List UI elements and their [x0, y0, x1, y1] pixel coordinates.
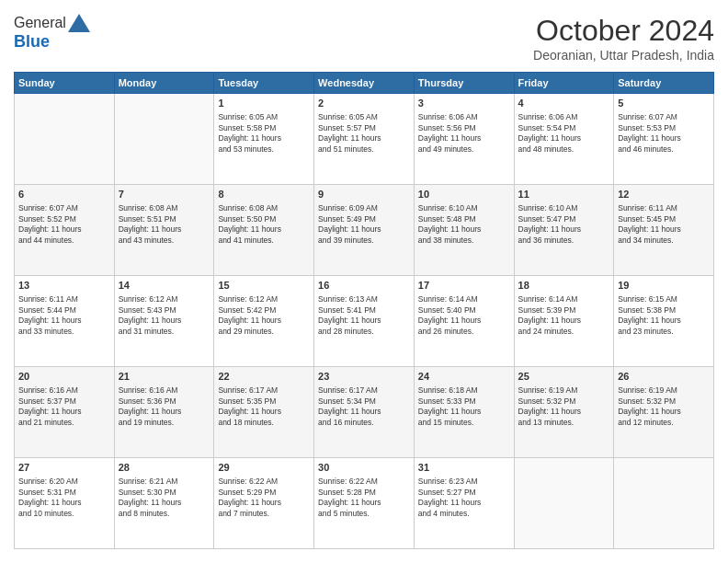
- weekday-header-friday: Friday: [514, 73, 614, 94]
- cell-text: Sunrise: 6:17 AMSunset: 5:35 PMDaylight:…: [218, 385, 310, 428]
- calendar-week-1: 1Sunrise: 6:05 AMSunset: 5:58 PMDaylight…: [15, 94, 714, 185]
- cell-text: Sunrise: 6:22 AMSunset: 5:28 PMDaylight:…: [318, 477, 410, 519]
- calendar-cell: 19Sunrise: 6:15 AMSunset: 5:38 PMDayligh…: [614, 276, 714, 367]
- cell-text: Sunrise: 6:14 AMSunset: 5:39 PMDaylight:…: [518, 294, 610, 337]
- logo-general-text: General: [14, 15, 66, 31]
- calendar-cell: 7Sunrise: 6:08 AMSunset: 5:51 PMDaylight…: [114, 185, 214, 276]
- day-number: 22: [218, 370, 310, 384]
- calendar-cell: 8Sunrise: 6:08 AMSunset: 5:50 PMDaylight…: [214, 185, 314, 276]
- day-number: 24: [418, 370, 510, 384]
- calendar-week-4: 20Sunrise: 6:16 AMSunset: 5:37 PMDayligh…: [15, 367, 714, 458]
- calendar-cell: 2Sunrise: 6:05 AMSunset: 5:57 PMDaylight…: [314, 94, 415, 185]
- cell-text: Sunrise: 6:10 AMSunset: 5:48 PMDaylight:…: [418, 203, 510, 246]
- calendar-cell: 16Sunrise: 6:13 AMSunset: 5:41 PMDayligh…: [314, 276, 415, 367]
- day-number: 1: [218, 97, 310, 110]
- day-number: 30: [318, 461, 410, 475]
- day-number: 7: [119, 188, 210, 201]
- weekday-header-thursday: Thursday: [414, 73, 514, 94]
- calendar-cell: 6Sunrise: 6:07 AMSunset: 5:52 PMDaylight…: [15, 185, 115, 276]
- cell-text: Sunrise: 6:23 AMSunset: 5:27 PMDaylight:…: [418, 477, 510, 519]
- cell-text: Sunrise: 6:19 AMSunset: 5:32 PMDaylight:…: [518, 385, 610, 428]
- calendar-cell: 12Sunrise: 6:11 AMSunset: 5:45 PMDayligh…: [614, 185, 714, 276]
- calendar-cell: [114, 94, 214, 185]
- day-number: 3: [418, 97, 510, 110]
- day-number: 8: [218, 188, 310, 201]
- cell-text: Sunrise: 6:14 AMSunset: 5:40 PMDaylight:…: [418, 294, 510, 337]
- cell-text: Sunrise: 6:08 AMSunset: 5:50 PMDaylight:…: [218, 203, 310, 246]
- header: General Blue October 2024 Deoranian, Utt…: [14, 14, 714, 63]
- day-number: 17: [418, 279, 510, 293]
- calendar-cell: 3Sunrise: 6:06 AMSunset: 5:56 PMDaylight…: [414, 94, 514, 185]
- cell-text: Sunrise: 6:11 AMSunset: 5:44 PMDaylight:…: [18, 294, 110, 337]
- calendar-table: SundayMondayTuesdayWednesdayThursdayFrid…: [14, 72, 714, 549]
- day-number: 11: [518, 188, 610, 201]
- day-number: 6: [18, 188, 110, 201]
- day-number: 5: [618, 97, 710, 110]
- day-number: 20: [18, 370, 110, 384]
- calendar-cell: 28Sunrise: 6:21 AMSunset: 5:30 PMDayligh…: [114, 458, 214, 549]
- title-block: October 2024 Deoranian, Uttar Pradesh, I…: [533, 14, 714, 63]
- cell-text: Sunrise: 6:05 AMSunset: 5:58 PMDaylight:…: [218, 112, 310, 155]
- calendar-week-3: 13Sunrise: 6:11 AMSunset: 5:44 PMDayligh…: [15, 276, 714, 367]
- weekday-header-saturday: Saturday: [614, 73, 714, 94]
- cell-text: Sunrise: 6:16 AMSunset: 5:36 PMDaylight:…: [119, 385, 210, 428]
- logo-blue-text: Blue: [14, 32, 90, 52]
- day-number: 27: [18, 461, 110, 475]
- calendar-cell: 29Sunrise: 6:22 AMSunset: 5:29 PMDayligh…: [214, 458, 314, 549]
- day-number: 29: [218, 461, 310, 475]
- calendar-cell: 24Sunrise: 6:18 AMSunset: 5:33 PMDayligh…: [414, 367, 514, 458]
- day-number: 18: [518, 279, 610, 293]
- weekday-header-row: SundayMondayTuesdayWednesdayThursdayFrid…: [15, 73, 714, 94]
- day-number: 10: [418, 188, 510, 201]
- day-number: 21: [119, 370, 210, 384]
- subtitle: Deoranian, Uttar Pradesh, India: [533, 48, 714, 63]
- cell-text: Sunrise: 6:15 AMSunset: 5:38 PMDaylight:…: [618, 294, 710, 337]
- cell-text: Sunrise: 6:09 AMSunset: 5:49 PMDaylight:…: [318, 203, 410, 246]
- day-number: 23: [318, 370, 410, 384]
- calendar-cell: 13Sunrise: 6:11 AMSunset: 5:44 PMDayligh…: [15, 276, 115, 367]
- calendar-week-5: 27Sunrise: 6:20 AMSunset: 5:31 PMDayligh…: [15, 458, 714, 549]
- calendar-cell: 5Sunrise: 6:07 AMSunset: 5:53 PMDaylight…: [614, 94, 714, 185]
- month-title: October 2024: [533, 14, 714, 48]
- calendar-cell: 21Sunrise: 6:16 AMSunset: 5:36 PMDayligh…: [114, 367, 214, 458]
- calendar-cell: 9Sunrise: 6:09 AMSunset: 5:49 PMDaylight…: [314, 185, 415, 276]
- calendar-cell: [15, 94, 115, 185]
- day-number: 26: [618, 370, 710, 384]
- cell-text: Sunrise: 6:16 AMSunset: 5:37 PMDaylight:…: [18, 385, 110, 428]
- calendar-cell: 1Sunrise: 6:05 AMSunset: 5:58 PMDaylight…: [214, 94, 314, 185]
- day-number: 9: [318, 188, 410, 201]
- day-number: 19: [618, 279, 710, 293]
- calendar-cell: 4Sunrise: 6:06 AMSunset: 5:54 PMDaylight…: [514, 94, 614, 185]
- calendar-cell: 22Sunrise: 6:17 AMSunset: 5:35 PMDayligh…: [214, 367, 314, 458]
- weekday-header-tuesday: Tuesday: [214, 73, 314, 94]
- cell-text: Sunrise: 6:20 AMSunset: 5:31 PMDaylight:…: [18, 477, 110, 519]
- calendar-cell: [614, 458, 714, 549]
- weekday-header-wednesday: Wednesday: [314, 73, 415, 94]
- calendar-cell: 27Sunrise: 6:20 AMSunset: 5:31 PMDayligh…: [15, 458, 115, 549]
- calendar-cell: 15Sunrise: 6:12 AMSunset: 5:42 PMDayligh…: [214, 276, 314, 367]
- cell-text: Sunrise: 6:05 AMSunset: 5:57 PMDaylight:…: [318, 112, 410, 155]
- logo-icon: [68, 14, 90, 32]
- calendar-cell: 30Sunrise: 6:22 AMSunset: 5:28 PMDayligh…: [314, 458, 415, 549]
- calendar-cell: 14Sunrise: 6:12 AMSunset: 5:43 PMDayligh…: [114, 276, 214, 367]
- calendar-cell: 18Sunrise: 6:14 AMSunset: 5:39 PMDayligh…: [514, 276, 614, 367]
- svg-marker-0: [68, 14, 90, 32]
- day-number: 14: [119, 279, 210, 293]
- calendar-cell: 25Sunrise: 6:19 AMSunset: 5:32 PMDayligh…: [514, 367, 614, 458]
- calendar-cell: [514, 458, 614, 549]
- logo: General Blue: [14, 14, 90, 52]
- cell-text: Sunrise: 6:17 AMSunset: 5:34 PMDaylight:…: [318, 385, 410, 428]
- day-number: 12: [618, 188, 710, 201]
- cell-text: Sunrise: 6:11 AMSunset: 5:45 PMDaylight:…: [618, 203, 710, 246]
- day-number: 2: [318, 97, 410, 110]
- day-number: 25: [518, 370, 610, 384]
- calendar-cell: 23Sunrise: 6:17 AMSunset: 5:34 PMDayligh…: [314, 367, 415, 458]
- cell-text: Sunrise: 6:19 AMSunset: 5:32 PMDaylight:…: [618, 385, 710, 428]
- day-number: 4: [518, 97, 610, 110]
- calendar-cell: 17Sunrise: 6:14 AMSunset: 5:40 PMDayligh…: [414, 276, 514, 367]
- page: General Blue October 2024 Deoranian, Utt…: [0, 0, 728, 563]
- cell-text: Sunrise: 6:13 AMSunset: 5:41 PMDaylight:…: [318, 294, 410, 337]
- cell-text: Sunrise: 6:06 AMSunset: 5:54 PMDaylight:…: [518, 112, 610, 155]
- day-number: 16: [318, 279, 410, 293]
- calendar-cell: 31Sunrise: 6:23 AMSunset: 5:27 PMDayligh…: [414, 458, 514, 549]
